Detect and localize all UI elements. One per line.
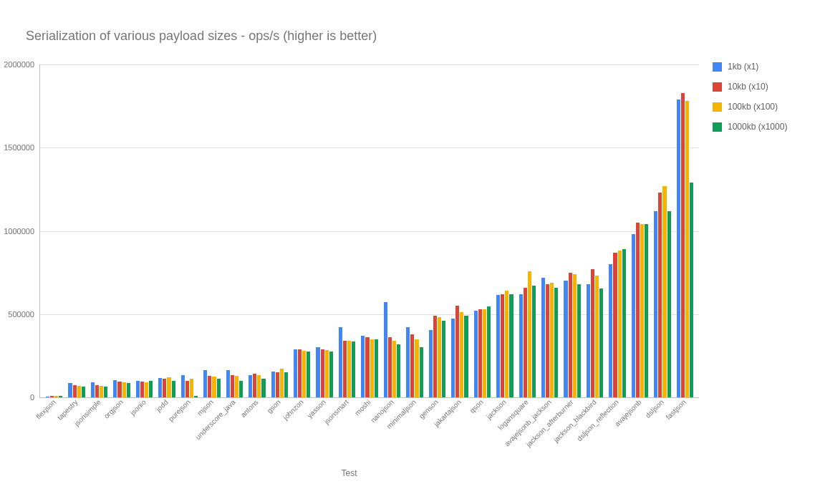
bar <box>645 224 648 397</box>
bar-group: jackson_afterburner <box>561 64 583 397</box>
bar <box>388 337 392 397</box>
bar <box>370 339 374 397</box>
bar <box>677 100 680 397</box>
bar <box>249 375 252 397</box>
bar <box>509 294 513 397</box>
bar-group: flexjson <box>43 64 65 397</box>
bar <box>654 211 657 397</box>
bar-group: orgjson <box>110 64 132 397</box>
bar-group: jsonsmart <box>336 64 358 397</box>
bar <box>632 234 635 397</box>
bar <box>577 284 581 397</box>
legend-swatch <box>713 82 722 92</box>
bar <box>231 375 234 397</box>
bar <box>203 370 207 397</box>
bar <box>347 341 351 397</box>
x-axis-title: Test <box>0 468 698 478</box>
bar-group: jakartajson <box>448 64 471 397</box>
bar <box>532 286 536 397</box>
bar-group: jackson_blackbird <box>584 64 606 397</box>
bar <box>271 372 275 397</box>
bar-group: jsonio <box>133 64 155 397</box>
bar <box>541 278 545 397</box>
bar-group: antons <box>246 64 268 397</box>
bar <box>599 289 603 397</box>
bar <box>587 284 590 397</box>
bar <box>455 306 459 397</box>
bar <box>662 186 666 397</box>
bar <box>554 288 558 397</box>
bar <box>690 183 693 397</box>
bar <box>316 347 319 397</box>
bar <box>569 273 572 397</box>
bar <box>636 223 640 397</box>
bar <box>474 311 478 397</box>
bar <box>524 288 527 397</box>
chart-page: Serialization of various payload sizes -… <box>0 0 815 504</box>
bar <box>496 295 500 397</box>
bar <box>136 381 140 397</box>
bar-group: tapestry <box>65 64 87 397</box>
bar <box>298 349 302 397</box>
bar <box>685 101 689 397</box>
bar <box>392 341 396 397</box>
bar-group: mjson <box>201 64 223 397</box>
bar-group: gson <box>269 64 291 397</box>
bar <box>410 334 414 397</box>
legend-label: 100kb (x100) <box>728 102 778 112</box>
bar <box>618 251 622 397</box>
legend-swatch <box>713 62 722 72</box>
bar <box>113 380 117 397</box>
legend-swatch <box>713 102 722 112</box>
bar-group: dsljson <box>651 64 673 397</box>
bar-group: minimaljson <box>403 64 425 397</box>
bar-group: nanojson <box>381 64 403 397</box>
bar-group: johnzon <box>291 64 313 397</box>
plot-area: 0500000100000015000002000000flexjsontape… <box>39 64 699 398</box>
bar <box>433 316 437 397</box>
bar-group: purejson <box>178 64 201 397</box>
bar <box>550 283 554 397</box>
bar <box>519 294 523 397</box>
bar <box>667 211 671 397</box>
bar <box>163 379 166 397</box>
bar <box>339 327 342 397</box>
bar <box>564 281 567 397</box>
bar <box>158 378 162 397</box>
bar <box>478 309 482 397</box>
bar <box>429 330 433 397</box>
bar-group: dsljson_reflection <box>606 64 628 397</box>
bar <box>415 339 418 397</box>
bar <box>91 382 95 397</box>
legend-item: 1kb (x1) <box>713 62 787 72</box>
bar-group: fastjson <box>674 64 696 397</box>
bar <box>613 253 617 397</box>
bar <box>591 269 594 397</box>
bar <box>361 336 365 397</box>
bar <box>464 316 468 397</box>
legend-item: 10kb (x10) <box>713 82 787 92</box>
bar <box>460 312 463 397</box>
bar <box>384 302 387 397</box>
legend-label: 1000kb (x1000) <box>728 122 787 132</box>
bar <box>365 337 369 397</box>
bars-container: flexjsontapestryjsonsimpleorgjsonjsonioj… <box>40 64 699 397</box>
y-tick-label: 2000000 <box>0 60 34 69</box>
bar-group: genson <box>426 64 448 397</box>
bar <box>140 382 144 397</box>
bar <box>505 291 508 397</box>
legend-label: 10kb (x10) <box>728 82 768 92</box>
legend-item: 100kb (x100) <box>713 102 787 112</box>
bar-group: jodd <box>155 64 178 397</box>
legend: 1kb (x1)10kb (x10)100kb (x100)1000kb (x1… <box>713 62 787 142</box>
y-tick-label: 500000 <box>0 310 34 319</box>
bar <box>294 349 297 397</box>
bar <box>483 309 486 397</box>
legend-swatch <box>713 122 722 132</box>
bar-group: moshi <box>358 64 380 397</box>
bar <box>302 351 306 397</box>
bar <box>658 193 662 397</box>
bar <box>208 376 211 397</box>
bar <box>438 317 441 397</box>
legend-item: 1000kb (x1000) <box>713 122 787 132</box>
